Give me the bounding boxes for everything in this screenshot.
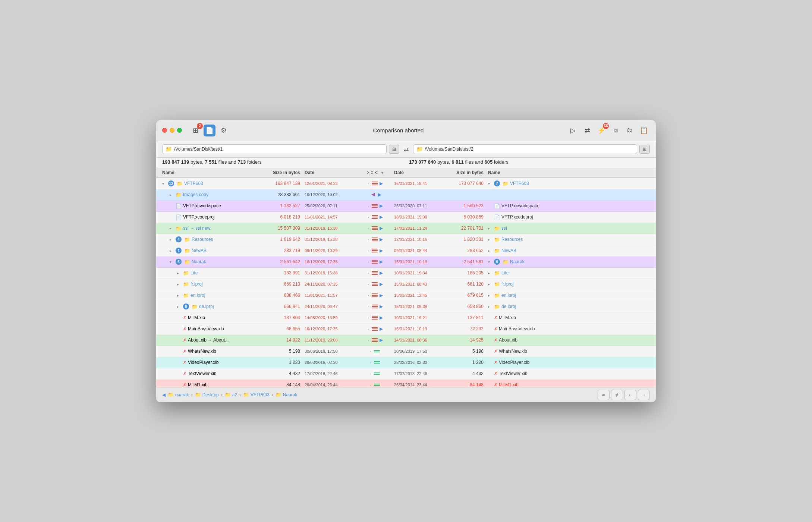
diff-arrow-right: ▶ — [380, 203, 383, 208]
expand-arrow[interactable]: ▾ — [162, 182, 167, 186]
file-icon[interactable]: 📋 — [638, 125, 650, 136]
right-file-icon: ✗ — [494, 371, 497, 376]
action-right[interactable]: → — [638, 390, 650, 400]
cell-size-left: 4 432 — [263, 371, 300, 376]
expand-arrow[interactable]: ▸ — [170, 249, 174, 253]
header-name-right[interactable]: Name — [488, 170, 650, 175]
left-badge: 6 — [176, 259, 182, 265]
expand-arrow[interactable]: ▾ — [170, 260, 174, 264]
play-icon[interactable]: ▷ — [567, 125, 579, 136]
expand-arrow-right[interactable]: ▸ — [488, 282, 492, 286]
cell-date-left: 16/12/2020, 17:35 — [305, 260, 357, 264]
header-eq[interactable]: = — [371, 170, 374, 175]
breadcrumb-naarak2[interactable]: 📁 Naarak — [276, 392, 298, 397]
back-arrow-icon[interactable]: ◀ — [162, 392, 166, 397]
left-path-box[interactable]: 📁 /Volumes/SanDisk/test/1 — [162, 144, 387, 154]
header-gt[interactable]: > — [367, 170, 369, 175]
expand-arrow[interactable]: ▸ — [177, 282, 182, 286]
table-row[interactable]: ✗ About.xib → About... 14 922 11/12/2019… — [156, 335, 656, 346]
table-row[interactable]: ▸ 1 📁 NewAB 283 719 09/11/2020, 10:39 • … — [156, 245, 656, 257]
header-size-right[interactable]: Size in bytes — [446, 170, 484, 175]
close-button[interactable] — [162, 128, 167, 133]
settings-icon[interactable]: ⚙ — [218, 125, 230, 136]
table-row[interactable]: ▸ 📁 fr.lproj 669 210 24/11/2020, 07:25 •… — [156, 279, 656, 290]
left-name-text: fr.lproj — [191, 282, 203, 287]
header-lt[interactable]: < — [375, 170, 378, 175]
left-file-icon: ✗ — [183, 338, 186, 343]
cell-size-right: 6 030 859 — [446, 214, 484, 220]
expand-arrow[interactable]: ▸ — [177, 271, 182, 275]
expand-arrow[interactable]: ▸ — [177, 305, 182, 309]
swap-icon[interactable]: ⇄ — [402, 144, 410, 154]
table-row[interactable]: ▸ 8 📁 de.lproj 666 841 24/11/2020, 06:47… — [156, 301, 656, 312]
expand-arrow-right[interactable]: ▸ — [488, 238, 492, 242]
table-row[interactable]: ▸ 4 📁 Resources 1 819 642 31/12/2019, 15… — [156, 234, 656, 245]
table-row[interactable]: 📄 VFTP.xcodeproj 6 018 219 11/01/2021, 1… — [156, 212, 656, 223]
expand-arrow-right[interactable]: ▸ — [488, 249, 492, 253]
header-date-left[interactable]: Date — [305, 170, 357, 175]
expand-arrow[interactable]: ▸ — [170, 226, 174, 230]
left-bytes: 193 847 139 bytes, 7 551 files and 713 f… — [162, 159, 262, 165]
table-row[interactable]: 📄 VFTP.xcworkspace 1 182 527 25/02/2020,… — [156, 201, 656, 212]
right-file-icon: 📁 — [494, 304, 500, 309]
table-row[interactable]: ✗ TextViewer.xib 4 432 17/07/2018, 22:46… — [156, 368, 656, 380]
columns-icon[interactable]: ⧈ — [610, 125, 621, 136]
breadcrumb-naarak[interactable]: 📁 naarak — [168, 392, 189, 397]
expand-arrow[interactable]: ▸ — [170, 238, 174, 242]
header-date-right[interactable]: Date — [394, 170, 446, 175]
cell-name-left: ✗ MTM1.xib — [162, 382, 263, 387]
expand-arrow-right[interactable]: ▸ — [488, 226, 492, 230]
diff-icon — [373, 348, 381, 354]
cell-date-left: 16/12/2020, 19:02 — [305, 192, 357, 197]
cell-name-right: ✗ MainBrwsView.xib — [488, 326, 650, 331]
maximize-button[interactable] — [177, 128, 182, 133]
cell-mid: • ▶ — [357, 326, 394, 332]
right-path-action[interactable]: ⊞ — [639, 145, 650, 154]
table-row[interactable]: ▾ 12 📁 VFTP603 193 847 139 12/01/2021, 0… — [156, 178, 656, 189]
table-row[interactable]: ▸ 📁 ssl → ssl new 15 507 309 31/12/2019,… — [156, 223, 656, 234]
table-row[interactable]: ▸ 📁 Lite 183 991 31/12/2019, 15:38 • ▶ 1… — [156, 268, 656, 279]
table-row[interactable]: ✗ MTM.xib 137 804 14/08/2020, 13:59 • ▶ … — [156, 312, 656, 324]
cell-date-right: 25/02/2020, 07:11 — [394, 204, 446, 208]
header-size-left[interactable]: Size in bytes — [263, 170, 300, 175]
diff-arrow-right: ▶ — [380, 248, 383, 253]
header-name-left[interactable]: Name — [162, 170, 263, 175]
cell-name-right: ✗ About.xib — [488, 337, 650, 343]
minimize-button[interactable] — [170, 128, 174, 133]
folder-icon[interactable]: 🗂 — [624, 125, 636, 136]
lightning-icon[interactable]: ⚡ 36 — [595, 125, 607, 136]
table-row[interactable]: ✗ VideoPlayer.xib 1 220 28/03/2016, 02:3… — [156, 357, 656, 368]
right-path-box[interactable]: 📁 /Volumes/SanDisk/test/2 — [413, 144, 638, 154]
table-row[interactable]: ▸ 📁 Images copy 28 382 661 16/12/2020, 1… — [156, 189, 656, 201]
expand-arrow-right[interactable]: ▾ — [488, 182, 492, 186]
breadcrumb-vftp[interactable]: 📁 VFTP603 — [243, 392, 270, 397]
tab-icon[interactable]: ⊞ 2 — [189, 125, 201, 136]
left-path-text: /Volumes/SanDisk/test/1 — [174, 147, 223, 152]
expand-arrow-right[interactable]: ▸ — [488, 305, 492, 309]
table-row[interactable]: ▸ 📁 en.lproj 688 466 11/01/2021, 11:57 •… — [156, 290, 656, 301]
action-left[interactable]: ← — [624, 390, 636, 400]
left-path-action[interactable]: ⊞ — [389, 145, 399, 154]
diff-arrow-right: ▶ — [378, 192, 381, 197]
compare-icon[interactable]: 📄 — [204, 125, 215, 136]
breadcrumb-a2[interactable]: 📁 a2 — [225, 392, 237, 397]
cell-name-left: ▸ 📁 Lite — [162, 270, 263, 276]
action-neq[interactable]: ≠ — [611, 390, 623, 400]
expand-arrow[interactable]: ▸ — [170, 193, 174, 197]
compare-icon-symbol: 📄 — [205, 126, 214, 135]
breadcrumb-desktop[interactable]: 📁 Desktop — [195, 392, 219, 397]
header-sort-arrow[interactable]: ▼ — [381, 171, 384, 175]
expand-arrow-right[interactable]: ▸ — [488, 271, 492, 275]
expand-arrow-right[interactable]: ▾ — [488, 260, 492, 264]
table-row[interactable]: ▾ 6 📁 Naarak 2 561 642 16/12/2020, 17:35… — [156, 257, 656, 268]
table-row[interactable]: ✗ MTM1.xib 84 148 26/04/2014, 23:44 • 26… — [156, 380, 656, 387]
table-row[interactable]: ✗ MainBrwsView.xib 68 655 16/12/2020, 17… — [156, 324, 656, 335]
expand-arrow[interactable]: ▸ — [177, 293, 182, 298]
expand-arrow-right[interactable]: ▸ — [488, 293, 492, 298]
sync-icon[interactable]: ⇄ — [581, 125, 593, 136]
table-row[interactable]: ✗ WhatsNew.xib 5 198 30/06/2019, 17:50 •… — [156, 346, 656, 357]
right-file-icon: 📄 — [494, 214, 500, 220]
left-badge: 1 — [176, 248, 182, 254]
action-approx[interactable]: ≈ — [598, 390, 610, 400]
cell-mid: • ▶ — [357, 292, 394, 298]
